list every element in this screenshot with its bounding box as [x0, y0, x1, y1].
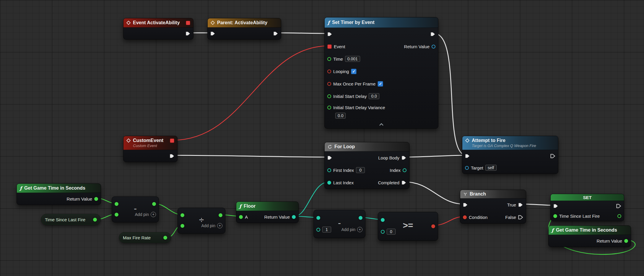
wire-exec-customevent-to-forloop[interactable]	[173, 155, 329, 157]
first-index-field[interactable]: 0	[356, 167, 365, 173]
add-pin-button[interactable]: Add pin+	[201, 223, 222, 228]
result-pin[interactable]	[359, 216, 362, 220]
pin-label-first-index: First Index	[333, 168, 354, 173]
initial-start-delay-field[interactable]: 0.0	[369, 93, 379, 99]
b-value-field[interactable]: 0	[387, 229, 396, 235]
node-set-timer-by-event[interactable]: ƒ Set Timer by Event Event Return Value …	[324, 17, 438, 129]
exec-in-pin[interactable]	[327, 32, 332, 36]
node-divide[interactable]: ÷ Add pin+	[178, 208, 225, 234]
exec-out-pin[interactable]	[430, 32, 435, 36]
exec-out-pin[interactable]	[550, 154, 555, 158]
node-get-game-time-1[interactable]: ƒ Get Game Time in Seconds Return Value	[17, 183, 101, 205]
wire-exec-branchtrue-to-set[interactable]	[522, 204, 555, 205]
b-pin[interactable]	[115, 213, 118, 217]
result-pin[interactable]	[152, 202, 156, 206]
exec-in-pin[interactable]	[210, 31, 215, 36]
node-for-loop[interactable]: For Loop Loop Body First Index 0 Index L…	[324, 142, 409, 189]
node-get-time-since-last-fire[interactable]: Time Since Last Fire	[41, 214, 101, 225]
delegate-pin[interactable]	[186, 21, 190, 25]
value-in-pin[interactable]	[553, 214, 557, 218]
node-custom-event[interactable]: CustomEvent Custom Event	[123, 136, 178, 162]
max-once-per-frame-pin[interactable]	[327, 82, 331, 86]
collapse-node-button[interactable]	[325, 121, 438, 128]
node-greater-equal[interactable]: >= 0	[378, 212, 438, 241]
node-floor[interactable]: ƒ Floor A Return Value	[236, 201, 299, 223]
node-get-max-fire-rate[interactable]: Max Fire Rate	[119, 232, 171, 243]
pin-label-return-value: Return Value	[264, 214, 290, 219]
a-pin[interactable]	[316, 216, 320, 220]
wire-exec-parent-to-settimer[interactable]	[277, 33, 329, 33]
wire-exec-completed-to-branch[interactable]	[405, 182, 464, 204]
return-value-pin[interactable]	[432, 45, 435, 49]
pin-label-initial-start-delay: Initial Start Delay	[333, 94, 367, 99]
true-exec-pin[interactable]	[518, 203, 523, 207]
function-icon: ƒ	[328, 20, 330, 25]
a-pin[interactable]	[115, 202, 118, 206]
pin-label-index: Index	[390, 168, 401, 173]
node-subtract-1[interactable]: - Add pin+	[112, 196, 159, 222]
last-index-pin[interactable]	[327, 181, 331, 185]
node-event-activate-ability[interactable]: Event ActivateAbility	[123, 18, 193, 40]
exec-out-pin[interactable]	[186, 31, 191, 36]
b-pin[interactable]	[180, 224, 184, 228]
initial-start-delay-variance-field[interactable]: 0.0	[335, 113, 346, 119]
initial-start-delay-pin[interactable]	[327, 94, 331, 98]
value-out-pin[interactable]	[163, 236, 167, 240]
wire-delegate-customevent-to-settimer-event[interactable]	[173, 46, 329, 140]
exec-in-pin[interactable]	[553, 204, 558, 208]
max-once-per-frame-checkbox[interactable]	[378, 81, 383, 87]
delegate-pin[interactable]	[170, 138, 174, 143]
node-get-game-time-2[interactable]: ƒ Get Game Time in Seconds Return Value	[548, 225, 631, 247]
exec-out-pin[interactable]	[273, 31, 278, 36]
wire-exec-loopbody-to-attempttofire[interactable]	[405, 155, 466, 157]
node-attempt-to-fire[interactable]: Attempt to Fire Target is GA Complex Q W…	[462, 136, 558, 174]
false-exec-pin[interactable]	[518, 215, 523, 219]
a-pin[interactable]	[381, 218, 385, 222]
b-value-field[interactable]: 1	[322, 227, 331, 233]
event-diamond-icon	[465, 138, 469, 143]
b-pin[interactable]	[381, 230, 385, 234]
completed-exec-pin[interactable]	[401, 180, 406, 185]
wire-exec-settimer-to-attempttofire[interactable]	[434, 33, 466, 155]
pin-label-false: False	[505, 215, 516, 220]
looping-pin[interactable]	[327, 70, 331, 73]
node-title: Branch	[470, 191, 486, 197]
target-pin[interactable]	[465, 166, 469, 170]
target-field[interactable]: self	[485, 165, 497, 171]
time-pin[interactable]	[327, 57, 331, 61]
add-pin-button[interactable]: Add pin+	[135, 212, 156, 217]
condition-pin[interactable]	[463, 215, 467, 219]
a-pin[interactable]	[239, 215, 243, 219]
exec-out-pin[interactable]	[170, 154, 175, 158]
return-value-pin[interactable]	[624, 239, 628, 243]
node-branch[interactable]: Branch True Condition False	[460, 190, 526, 224]
time-value-field[interactable]: 0.001	[345, 56, 360, 62]
b-pin[interactable]	[316, 228, 320, 232]
looping-checkbox[interactable]	[351, 69, 357, 74]
a-pin[interactable]	[180, 213, 184, 217]
loop-body-exec-pin[interactable]	[401, 156, 406, 160]
pin-label-return-value: Return Value	[597, 238, 622, 243]
pin-label-target: Target	[471, 165, 483, 170]
index-pin[interactable]	[403, 168, 406, 172]
value-out-pin[interactable]	[93, 218, 97, 222]
result-pin[interactable]	[431, 225, 435, 228]
chevron-up-icon	[379, 123, 384, 126]
initial-start-delay-variance-pin[interactable]	[327, 106, 331, 109]
add-pin-button[interactable]: Add pin+	[341, 227, 362, 232]
node-set-time-since-last-fire[interactable]: SET Time Since Last Fire	[550, 194, 624, 221]
node-subtract-2[interactable]: - 1 Add pin+	[313, 210, 365, 238]
pin-label-initial-start-delay-variance: Initial Start Delay Variance	[333, 105, 385, 110]
exec-in-pin[interactable]	[463, 203, 468, 207]
exec-out-pin[interactable]	[616, 204, 621, 208]
return-value-pin[interactable]	[94, 197, 98, 201]
node-parent-activate-ability[interactable]: Parent: ActivateAbility	[207, 18, 281, 40]
return-value-pin[interactable]	[292, 215, 296, 219]
value-out-pin[interactable]	[617, 214, 621, 218]
node-title: Floor	[244, 204, 256, 209]
exec-in-pin[interactable]	[327, 156, 332, 160]
event-delegate-pin[interactable]	[327, 44, 332, 49]
result-pin[interactable]	[219, 213, 222, 217]
first-index-pin[interactable]	[327, 168, 331, 172]
exec-in-pin[interactable]	[465, 154, 470, 158]
